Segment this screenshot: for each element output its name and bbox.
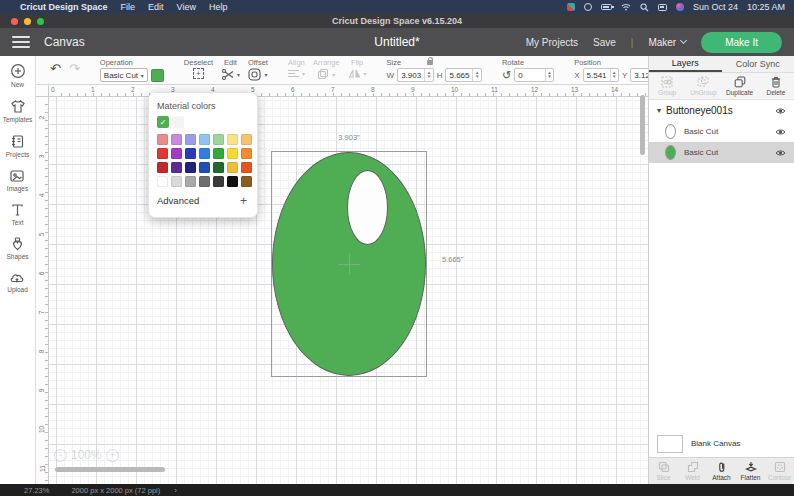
lock-aspect-icon[interactable]: [427, 60, 433, 65]
color-swatch[interactable]: [199, 134, 210, 145]
color-swatch[interactable]: [241, 176, 252, 187]
width-stepper[interactable]: ▲▼: [424, 69, 432, 81]
zoom-in-button[interactable]: +: [106, 449, 119, 462]
horizontal-scrollbar[interactable]: [55, 467, 165, 472]
make-it-button[interactable]: Make It: [701, 32, 782, 53]
color-swatch[interactable]: [241, 162, 252, 173]
statusbar-chevron-icon[interactable]: ›: [174, 486, 177, 495]
visibility-toggle[interactable]: [775, 128, 786, 136]
duplicate-button[interactable]: Duplicate: [722, 73, 758, 99]
zoom-window-button[interactable]: [37, 18, 44, 25]
color-swatch[interactable]: [157, 162, 168, 173]
edit-button[interactable]: ▾: [221, 68, 240, 81]
slice-button[interactable]: Slice: [649, 458, 678, 484]
color-swatch[interactable]: [213, 134, 224, 145]
menu-file[interactable]: File: [121, 2, 136, 12]
close-window-button[interactable]: [11, 18, 18, 25]
color-swatch[interactable]: [157, 134, 168, 145]
align-button[interactable]: ▾: [288, 68, 305, 79]
sidebar-item-templates[interactable]: Templates: [3, 99, 33, 123]
advanced-colors-link[interactable]: Advanced: [157, 195, 199, 206]
sidebar-item-images[interactable]: Images: [7, 169, 28, 192]
color-swatch[interactable]: [157, 176, 168, 187]
x-stepper[interactable]: ▲▼: [610, 69, 618, 81]
tab-layers[interactable]: Layers: [649, 56, 722, 72]
color-swatch[interactable]: [185, 134, 196, 145]
sidebar-item-text[interactable]: Text: [10, 203, 25, 226]
flip-button[interactable]: ▾: [348, 68, 367, 79]
color-swatch[interactable]: [185, 148, 196, 159]
color-swatch[interactable]: [213, 162, 224, 173]
color-swatch[interactable]: [171, 176, 182, 187]
visibility-toggle[interactable]: [775, 107, 786, 115]
attach-button[interactable]: Attach: [707, 458, 736, 484]
layer-row-selected[interactable]: Basic Cut: [649, 142, 794, 163]
empty-color-swatch[interactable]: [172, 116, 184, 128]
color-swatch[interactable]: [199, 148, 210, 159]
color-swatch[interactable]: [241, 134, 252, 145]
redo-icon[interactable]: ↷: [65, 56, 84, 84]
color-swatch[interactable]: [213, 176, 224, 187]
weld-button[interactable]: Weld: [678, 458, 707, 484]
status-app-icon[interactable]: [567, 3, 575, 11]
wifi-icon[interactable]: [621, 3, 631, 11]
layer-row[interactable]: Basic Cut: [649, 121, 794, 142]
color-swatch[interactable]: [227, 134, 238, 145]
deselect-icon[interactable]: +: [193, 68, 204, 79]
color-swatch[interactable]: [171, 162, 182, 173]
canvas-grid[interactable]: 3.903" 5.665": [49, 97, 648, 484]
rotate-icon[interactable]: ↺: [502, 69, 511, 81]
control-center-icon[interactable]: [658, 4, 667, 11]
rotate-stepper[interactable]: ▲▼: [545, 69, 553, 81]
color-swatch[interactable]: [227, 176, 238, 187]
color-swatch[interactable]: [185, 176, 196, 187]
sidebar-item-new[interactable]: New: [10, 63, 26, 88]
offset-button[interactable]: ▾: [248, 68, 267, 81]
color-swatch[interactable]: [171, 148, 182, 159]
menubar-app-name[interactable]: Cricut Design Space: [20, 2, 108, 12]
hamburger-menu-icon[interactable]: [12, 33, 30, 51]
sidebar-item-upload[interactable]: Upload: [7, 271, 28, 293]
width-field[interactable]: 3.903 ▲▼: [397, 68, 434, 82]
sidebar-item-projects[interactable]: Projects: [6, 134, 29, 158]
color-swatch[interactable]: [213, 148, 224, 159]
menubar-date[interactable]: Sun Oct 24: [693, 2, 738, 12]
vertical-scrollbar[interactable]: [640, 95, 645, 155]
add-color-icon[interactable]: +: [240, 196, 247, 206]
contour-button[interactable]: Contour: [765, 458, 794, 484]
group-button[interactable]: Group: [649, 73, 685, 99]
color-swatch[interactable]: [199, 162, 210, 173]
color-swatch[interactable]: [241, 148, 252, 159]
color-swatch[interactable]: [171, 134, 182, 145]
height-stepper[interactable]: ▲▼: [472, 69, 480, 81]
color-swatch[interactable]: [199, 176, 210, 187]
flatten-button[interactable]: Flatten: [736, 458, 765, 484]
blank-canvas-swatch[interactable]: [657, 435, 683, 453]
selected-color-swatch[interactable]: ✓: [157, 116, 169, 128]
zoom-out-button[interactable]: −: [54, 449, 67, 462]
color-swatch[interactable]: [227, 162, 238, 173]
minimize-window-button[interactable]: [24, 18, 31, 25]
battery-icon[interactable]: [601, 4, 612, 10]
x-field[interactable]: 5.541 ▲▼: [583, 68, 620, 82]
canvas-nav-label[interactable]: Canvas: [44, 35, 85, 49]
color-swatch[interactable]: [157, 148, 168, 159]
layer-group-header[interactable]: ▾ Buttoneye001s: [649, 100, 794, 121]
menubar-time[interactable]: 10:25 AM: [747, 2, 785, 12]
arrange-button[interactable]: ▾: [317, 68, 335, 80]
delete-button[interactable]: Delete: [758, 73, 794, 99]
siri-icon[interactable]: [676, 3, 684, 11]
oval-hole-shape[interactable]: [347, 170, 388, 245]
operation-select[interactable]: Basic Cut ▾: [100, 68, 148, 82]
my-projects-link[interactable]: My Projects: [526, 37, 578, 48]
ungroup-button[interactable]: UnGroup: [685, 73, 721, 99]
machine-selector[interactable]: Maker: [648, 37, 686, 48]
rotate-field[interactable]: 0 ▲▼: [514, 68, 554, 82]
height-field[interactable]: 5.665 ▲▼: [445, 68, 482, 82]
tab-color-sync[interactable]: Color Sync: [722, 56, 794, 72]
color-swatch[interactable]: [185, 162, 196, 173]
material-color-swatch[interactable]: [151, 69, 164, 82]
spotlight-search-icon[interactable]: [640, 3, 649, 12]
disclosure-triangle-icon[interactable]: ▾: [657, 106, 661, 115]
sidebar-item-shapes[interactable]: Shapes: [6, 237, 28, 260]
